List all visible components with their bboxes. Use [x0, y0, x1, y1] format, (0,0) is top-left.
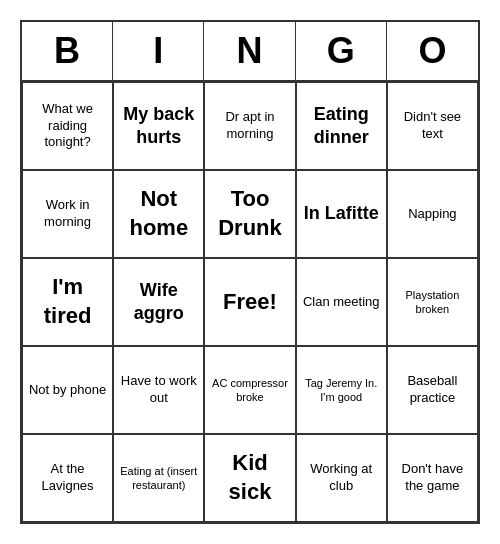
- header-letter: G: [296, 22, 387, 80]
- bingo-header: BINGO: [22, 22, 478, 82]
- bingo-cell: Eating at (insert restaurant): [113, 434, 204, 522]
- bingo-cell: Didn't see text: [387, 82, 478, 170]
- header-letter: O: [387, 22, 478, 80]
- header-letter: I: [113, 22, 204, 80]
- header-letter: N: [204, 22, 295, 80]
- bingo-cell: At the Lavignes: [22, 434, 113, 522]
- bingo-cell: Playstation broken: [387, 258, 478, 346]
- bingo-cell: My back hurts: [113, 82, 204, 170]
- bingo-cell: Napping: [387, 170, 478, 258]
- bingo-cell: AC compressor broke: [204, 346, 295, 434]
- bingo-cell: Wife aggro: [113, 258, 204, 346]
- header-letter: B: [22, 22, 113, 80]
- bingo-cell: Not home: [113, 170, 204, 258]
- bingo-cell: Eating dinner: [296, 82, 387, 170]
- bingo-cell: Not by phone: [22, 346, 113, 434]
- bingo-cell: In Lafitte: [296, 170, 387, 258]
- bingo-cell: Working at club: [296, 434, 387, 522]
- bingo-cell: Work in morning: [22, 170, 113, 258]
- bingo-card: BINGO What we raiding tonight?My back hu…: [20, 20, 480, 524]
- bingo-cell: Kid sick: [204, 434, 295, 522]
- bingo-cell: Tag Jeremy In. I'm good: [296, 346, 387, 434]
- bingo-cell: Have to work out: [113, 346, 204, 434]
- bingo-cell: Don't have the game: [387, 434, 478, 522]
- bingo-cell: Clan meeting: [296, 258, 387, 346]
- bingo-cell: What we raiding tonight?: [22, 82, 113, 170]
- bingo-cell: Free!: [204, 258, 295, 346]
- bingo-cell: Too Drunk: [204, 170, 295, 258]
- bingo-cell: Dr apt in morning: [204, 82, 295, 170]
- bingo-cell: Baseball practice: [387, 346, 478, 434]
- bingo-grid: What we raiding tonight?My back hurtsDr …: [22, 82, 478, 522]
- bingo-cell: I'm tired: [22, 258, 113, 346]
